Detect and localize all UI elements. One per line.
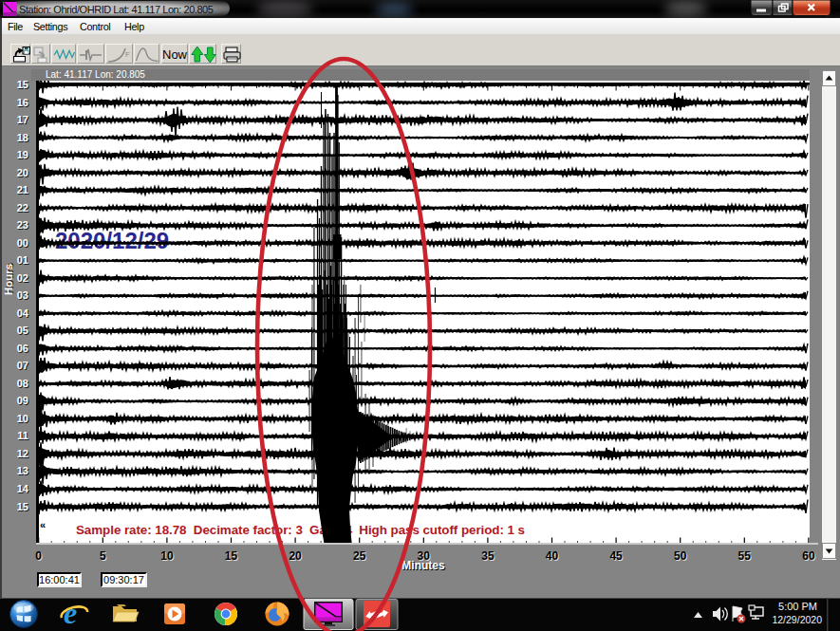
svg-text:5:00 PM: 5:00 PM [778,601,817,612]
svg-text:e: e [64,598,77,630]
svg-text:«: « [40,519,46,530]
svg-text:F: F [125,50,130,59]
svg-text:2020/12/29: 2020/12/29 [55,228,169,253]
svg-text:12/29/2020: 12/29/2020 [772,614,822,625]
svg-text:Sample rate: 18.78 Decimate f: Sample rate: 18.78 Decimate factor: 3 Ga… [76,523,525,537]
